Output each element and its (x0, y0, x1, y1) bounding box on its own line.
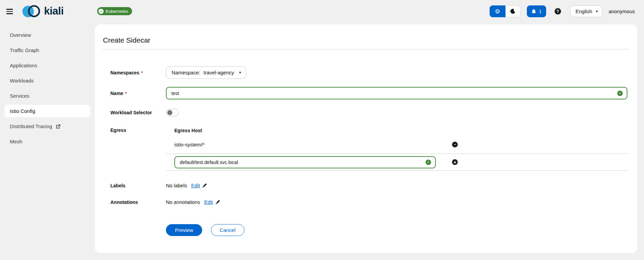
form-actions-row: Preview Cancel (110, 224, 632, 236)
valid-check-icon: ✓ (426, 160, 431, 165)
annotations-edit-link[interactable]: Edit (204, 199, 213, 205)
sidebar-item-label: Services (10, 93, 29, 99)
sidebar-item-label: Istio Config (10, 108, 35, 114)
chevron-down-icon: ▾ (239, 70, 241, 75)
nav-toggle-hamburger-icon[interactable] (6, 7, 14, 16)
cluster-badge-label: Kubernetes (106, 9, 128, 14)
egress-host-column-header: Egress Host (166, 128, 202, 133)
plus-circle-icon: + (453, 160, 456, 165)
sidebar-item-mesh[interactable]: Mesh (0, 134, 95, 149)
cancel-button[interactable]: Cancel (211, 224, 244, 236)
sidebar-item-traffic-graph[interactable]: Traffic Graph (0, 43, 95, 58)
title-divider (103, 49, 629, 49)
page-title: Create Sidecar (103, 36, 150, 44)
labels-row: Labels No labelsEdit (110, 182, 632, 189)
language-value: English (576, 8, 592, 14)
toggle-knob (167, 110, 172, 115)
sidebar-nav: Overview Traffic Graph Applications Work… (0, 22, 95, 260)
namespace-dropdown-value: travel-agency (203, 70, 234, 75)
pencil-icon[interactable] (215, 199, 220, 205)
cluster-check-icon: ✓ (99, 9, 104, 14)
sidebar-item-applications[interactable]: Applications (0, 58, 95, 73)
egress-label: Egress (110, 126, 166, 133)
workload-selector-label: Workload Selector (110, 110, 166, 115)
brand-text: kiali (44, 5, 64, 17)
sidebar-item-istio-config[interactable]: Istio Config (4, 105, 90, 117)
egress-new-host-row: ✓ + (166, 154, 629, 171)
moon-icon (510, 8, 516, 14)
language-dropdown[interactable]: English ▾ (570, 5, 603, 17)
egress-host-value: istio-system/* (166, 142, 437, 147)
egress-hosts-table: Egress Host istio-system/* − (166, 126, 629, 171)
annotations-empty-text: No annotations (166, 199, 200, 205)
question-icon: ? (557, 9, 559, 14)
egress-host-row: istio-system/* − (166, 135, 629, 154)
valid-check-icon: ✓ (617, 91, 623, 96)
name-input[interactable] (166, 87, 627, 99)
pencil-icon[interactable] (202, 183, 207, 188)
egress-row: Egress Egress Host istio-system/* − (110, 126, 632, 171)
new-egress-host-input[interactable] (174, 156, 436, 168)
kiali-logo[interactable]: kiali (21, 3, 64, 19)
create-sidecar-form: Namespaces* Namespace: travel-agency ▾ N… (110, 66, 632, 236)
sidebar-item-label: Traffic Graph (10, 47, 39, 53)
labels-empty-text: No labels (166, 183, 187, 188)
workload-selector-row: Workload Selector (110, 109, 632, 116)
minus-circle-icon: − (454, 142, 456, 147)
chevron-down-icon: ▾ (596, 9, 598, 14)
workload-selector-toggle[interactable] (166, 109, 179, 116)
remove-host-button[interactable]: − (452, 142, 458, 147)
content-card: Create Sidecar Namespaces* Namespace: tr… (95, 24, 637, 253)
sidebar-item-label: Distributed Tracing (10, 123, 52, 129)
annotations-row: Annotations No annotationsEdit (110, 199, 632, 205)
sidebar-item-label: Overview (10, 32, 31, 38)
egress-table-header-row: Egress Host (166, 126, 629, 135)
namespaces-row: Namespaces* Namespace: travel-agency ▾ (110, 66, 632, 79)
namespace-dropdown-prefix: Namespace: (172, 70, 200, 75)
labels-edit-link[interactable]: Edit (191, 183, 200, 188)
sidebar-item-services[interactable]: Services (0, 88, 95, 103)
notifications-count: 1 (539, 9, 542, 14)
username: anonymous (608, 8, 635, 14)
namespaces-label: Namespaces* (110, 70, 166, 75)
light-theme-button[interactable]: ⚙ (490, 5, 506, 17)
add-host-button[interactable]: + (452, 159, 458, 165)
required-asterisk: * (141, 70, 143, 75)
external-link-icon (56, 124, 61, 129)
name-label: Name* (110, 91, 166, 96)
required-asterisk: * (125, 91, 127, 96)
kiali-logo-icon (21, 3, 42, 19)
bell-icon (531, 9, 536, 14)
labels-label: Labels (110, 183, 166, 188)
sidebar-item-label: Mesh (10, 139, 22, 144)
sidebar-item-label: Applications (10, 63, 37, 68)
dark-theme-button[interactable] (506, 5, 520, 17)
preview-button[interactable]: Preview (166, 224, 202, 236)
sidebar-item-workloads[interactable]: Workloads (0, 73, 95, 88)
sidebar-item-distributed-tracing[interactable]: Distributed Tracing (0, 119, 95, 134)
sidebar-item-overview[interactable]: Overview (0, 27, 95, 43)
theme-toggle: ⚙ (490, 5, 520, 17)
namespace-dropdown[interactable]: Namespace: travel-agency ▾ (166, 66, 246, 79)
help-button[interactable]: ? (555, 8, 561, 15)
masthead-toolbar: ⚙ 1 ? English ▾ anonymous (490, 5, 635, 17)
sidebar-item-label: Workloads (10, 78, 34, 84)
cluster-badge: ✓ Kubernetes (97, 7, 132, 15)
notifications-button[interactable]: 1 (527, 5, 546, 17)
masthead: kiali ✓ Kubernetes ⚙ 1 ? (0, 0, 644, 22)
annotations-label: Annotations (110, 199, 166, 205)
sun-icon: ⚙ (495, 8, 500, 15)
name-row: Name* ✓ (110, 87, 632, 99)
